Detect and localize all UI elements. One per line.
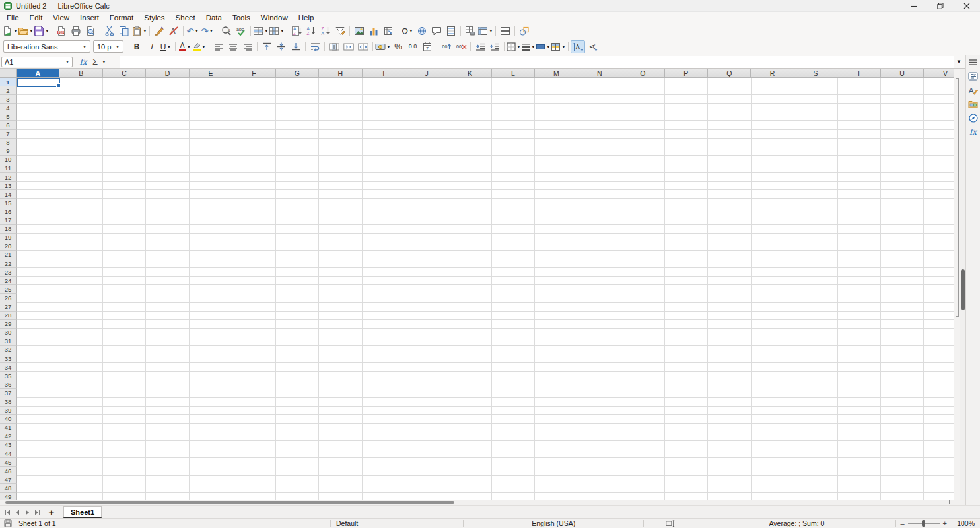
- column-header-V[interactable]: V: [924, 69, 954, 78]
- menu-tools[interactable]: Tools: [227, 12, 256, 24]
- next-sheet-button[interactable]: [22, 506, 32, 518]
- row-header-43[interactable]: 43: [0, 441, 17, 449]
- sort-button[interactable]: A Z: [289, 24, 304, 38]
- zoom-level[interactable]: 100%: [957, 519, 975, 527]
- format-currency-button[interactable]: ▾: [375, 40, 391, 53]
- column-header-N[interactable]: N: [578, 69, 621, 78]
- sidebar-navigator-button[interactable]: [966, 111, 980, 125]
- select-function-button[interactable]: Σ: [89, 56, 101, 68]
- row-header-31[interactable]: 31: [0, 337, 17, 346]
- row-header-27[interactable]: 27: [0, 302, 17, 311]
- undo-dropdown[interactable]: ▾: [194, 28, 199, 34]
- menu-styles[interactable]: Styles: [139, 12, 170, 24]
- row-header-49[interactable]: 49: [0, 493, 17, 500]
- save-dropdown[interactable]: ▾: [45, 28, 50, 34]
- spelling-button[interactable]: abc: [234, 24, 248, 38]
- menu-file[interactable]: File: [1, 12, 24, 24]
- zoom-out-button[interactable]: –: [900, 519, 904, 527]
- merge-cells-button[interactable]: [341, 40, 356, 53]
- sheet-tab-sheet1[interactable]: Sheet1: [63, 506, 102, 518]
- close-button[interactable]: [954, 0, 980, 11]
- row-header-33[interactable]: 33: [0, 354, 17, 363]
- redo-button[interactable]: ↷ ▾: [200, 24, 215, 38]
- add-sheet-button[interactable]: +: [45, 506, 58, 518]
- row-header-14[interactable]: 14: [0, 190, 17, 199]
- row-header-21[interactable]: 21: [0, 251, 17, 259]
- row-header-39[interactable]: 39: [0, 407, 17, 415]
- menu-window[interactable]: Window: [256, 12, 293, 24]
- row-header-7[interactable]: 7: [0, 130, 17, 139]
- font-size-combo[interactable]: 10 pt ▾: [93, 40, 123, 53]
- copy-button[interactable]: [117, 24, 131, 38]
- row-header-3[interactable]: 3: [0, 95, 17, 104]
- redo-dropdown[interactable]: ▾: [209, 28, 213, 34]
- insert-image-button[interactable]: [352, 24, 367, 38]
- row-header-8[interactable]: 8: [0, 139, 17, 147]
- selection-mode-icon[interactable]: [666, 520, 675, 527]
- align-right-button[interactable]: [240, 40, 255, 53]
- row-header-13[interactable]: 13: [0, 182, 17, 190]
- menu-view[interactable]: View: [48, 12, 75, 24]
- columns-dropdown[interactable]: ▾: [280, 28, 285, 34]
- conditional-formatting-dropdown[interactable]: ▾: [561, 44, 566, 50]
- column-header-R[interactable]: R: [751, 69, 794, 78]
- decrease-indent-button[interactable]: [487, 40, 502, 53]
- export-pdf-button[interactable]: PDF: [54, 24, 69, 38]
- sidebar-styles-button[interactable]: A: [966, 83, 980, 97]
- add-decimal-button[interactable]: .00: [439, 40, 454, 53]
- minimize-button[interactable]: [901, 0, 927, 11]
- zoom-slider[interactable]: [908, 523, 940, 524]
- row-header-19[interactable]: 19: [0, 234, 17, 242]
- clear-formatting-button[interactable]: A: [166, 24, 181, 38]
- format-number-button[interactable]: 0.0: [405, 40, 420, 53]
- sidebar-functions-button[interactable]: fx: [966, 125, 980, 139]
- row-header-17[interactable]: 17: [0, 216, 17, 225]
- freeze-rows-columns-button[interactable]: ▾: [477, 24, 493, 38]
- row-header-1[interactable]: 1: [0, 78, 17, 86]
- row-header-41[interactable]: 41: [0, 424, 17, 432]
- column-header-B[interactable]: B: [59, 69, 102, 78]
- column-header-A[interactable]: A: [17, 69, 59, 78]
- font-color-button[interactable]: A ▾: [178, 40, 192, 53]
- row-header-40[interactable]: 40: [0, 415, 17, 424]
- column-header-E[interactable]: E: [190, 69, 232, 78]
- insert-hyperlink-button[interactable]: [415, 24, 429, 38]
- row-header-18[interactable]: 18: [0, 225, 17, 234]
- sheet-info[interactable]: Sheet 1 of 1: [18, 519, 56, 527]
- column-header-P[interactable]: P: [665, 69, 708, 78]
- column-header-K[interactable]: K: [448, 69, 491, 78]
- row-header-30[interactable]: 30: [0, 329, 17, 337]
- cell-cursor[interactable]: [17, 78, 60, 87]
- column-header-T[interactable]: T: [837, 69, 880, 78]
- align-top-button[interactable]: [260, 40, 274, 53]
- columns-menu-button[interactable]: ▾: [269, 24, 285, 38]
- language-status[interactable]: English (USA): [532, 519, 575, 527]
- row-header-16[interactable]: 16: [0, 207, 17, 216]
- format-currency-dropdown[interactable]: ▾: [386, 44, 391, 50]
- row-header-34[interactable]: 34: [0, 363, 17, 372]
- row-header-6[interactable]: 6: [0, 121, 17, 129]
- sidebar-gallery-button[interactable]: [966, 97, 980, 111]
- row-header-24[interactable]: 24: [0, 277, 17, 285]
- center-vertically-button[interactable]: [274, 40, 289, 53]
- font-color-dropdown[interactable]: ▾: [187, 44, 192, 50]
- sidebar-properties-button[interactable]: [966, 69, 980, 83]
- row-header-37[interactable]: 37: [0, 389, 17, 397]
- open-dropdown[interactable]: ▾: [29, 28, 34, 34]
- vertical-scrollbar-thumb[interactable]: [956, 78, 959, 317]
- row-header-9[interactable]: 9: [0, 147, 17, 156]
- print-preview-button[interactable]: [83, 24, 98, 38]
- border-style-dropdown[interactable]: ▾: [531, 44, 536, 50]
- menu-sheet[interactable]: Sheet: [170, 12, 201, 24]
- new-document-button[interactable]: ▾: [2, 24, 18, 38]
- align-center-button[interactable]: [226, 40, 240, 53]
- column-header-L[interactable]: L: [492, 69, 535, 78]
- open-button[interactable]: ▾: [18, 24, 34, 38]
- special-character-button[interactable]: Ω ▾: [400, 24, 415, 38]
- freeze-dropdown[interactable]: ▾: [489, 28, 493, 34]
- border-color-button[interactable]: ▾: [536, 40, 551, 53]
- column-header-Q[interactable]: Q: [708, 69, 751, 78]
- sort-descending-button[interactable]: Z A: [318, 24, 333, 38]
- menu-format[interactable]: Format: [104, 12, 139, 24]
- row-header-25[interactable]: 25: [0, 285, 17, 294]
